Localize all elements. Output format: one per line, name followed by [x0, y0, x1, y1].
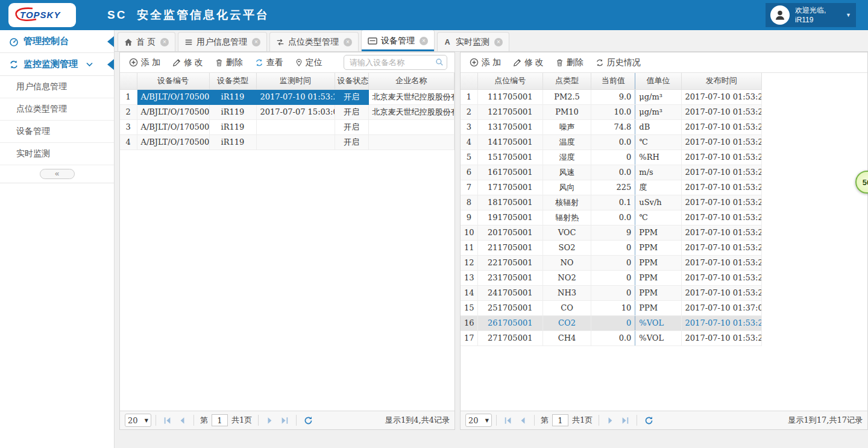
- table-row[interactable]: 7171705001风向225度2017-07-10 01:53:21: [461, 180, 762, 195]
- sidebar-item-console[interactable]: 管理控制台: [0, 30, 114, 53]
- refresh-button[interactable]: [643, 414, 655, 426]
- table-cell: PPM: [635, 255, 681, 270]
- table-cell: 0: [591, 270, 635, 285]
- table-row[interactable]: 12221705001NO0PPM2017-07-10 01:53:21: [461, 255, 762, 270]
- last-page-button[interactable]: [278, 414, 291, 426]
- table-row[interactable]: 3131705001噪声74.8dB2017-07-10 01:53:22: [461, 119, 762, 134]
- table-row[interactable]: 15251705001CO10PPM2017-07-10 01:37:01: [461, 300, 762, 315]
- prev-page-button[interactable]: [176, 414, 188, 426]
- column-header[interactable]: 值单位: [635, 73, 681, 89]
- table-cell: NH3: [542, 285, 591, 300]
- table-cell: 2017-07-07 15:03:05: [256, 104, 335, 119]
- column-header[interactable]: 发布时间: [681, 73, 761, 89]
- next-page-button[interactable]: [264, 414, 276, 426]
- tab-close-icon[interactable]: ×: [420, 37, 428, 45]
- tab-close-icon[interactable]: ×: [344, 38, 352, 46]
- column-header[interactable]: 企业名称: [368, 73, 454, 89]
- column-header[interactable]: 监测时间: [256, 73, 335, 89]
- first-page-button[interactable]: [502, 414, 514, 426]
- table-row[interactable]: 8181705001核辐射0.1uSv/h2017-07-10 01:53:21: [461, 195, 762, 210]
- search-input[interactable]: [344, 55, 447, 70]
- table-row[interactable]: 2A/BJLT/O/1705002iR1192017-07-07 15:03:0…: [120, 104, 454, 119]
- device-table: 设备编号设备类型监测时间设备状态企业名称1A/BJLT/O/1705001iR1…: [120, 73, 454, 150]
- button-label: 删除: [226, 57, 243, 68]
- page-size-select[interactable]: 20 ▼: [125, 414, 151, 427]
- tab-user-management[interactable]: 用户信息管理 ×: [178, 32, 267, 51]
- tab-close-icon[interactable]: ×: [252, 38, 260, 46]
- table-row[interactable]: 10201705001VOC9PPM2017-07-10 01:53:22: [461, 225, 762, 240]
- table-row[interactable]: 5151705001湿度0%RH2017-07-10 01:53:22: [461, 150, 762, 165]
- next-page-button[interactable]: [605, 414, 617, 426]
- sidebar-item-point-type[interactable]: 点位类型管理: [0, 98, 114, 121]
- table-row[interactable]: 2121705001PM1010.0μg/m³2017-07-10 01:53:…: [461, 104, 762, 119]
- table-cell: NO: [542, 255, 591, 270]
- sidebar-item-device[interactable]: 设备管理: [0, 121, 114, 143]
- table-row[interactable]: 14241705001NH30PPM2017-07-10 01:53:21: [461, 285, 762, 300]
- column-header[interactable]: 设备状态: [335, 73, 368, 89]
- table-cell: 17: [461, 330, 477, 345]
- delete-button[interactable]: 删除: [210, 55, 248, 71]
- table-row[interactable]: 1A/BJLT/O/1705001iR1192017-07-10 01:53:2…: [120, 89, 454, 104]
- prev-page-button[interactable]: [517, 414, 529, 426]
- search-icon[interactable]: [435, 58, 444, 69]
- page-number-input[interactable]: [552, 414, 568, 426]
- table-row[interactable]: 4A/BJLT/O/1705004iR119开启: [120, 134, 454, 150]
- edit-button[interactable]: 修 改: [508, 55, 549, 71]
- tab-realtime-monitoring[interactable]: A 实时监测 ×: [437, 32, 509, 51]
- table-row[interactable]: 9191705001辐射热0.0℃2017-07-10 01:53:21: [461, 210, 762, 225]
- svg-text:TOPSKY: TOPSKY: [20, 10, 61, 20]
- table-cell: 风速: [542, 165, 591, 180]
- history-button[interactable]: 历史情况: [590, 55, 646, 71]
- sidebar-item-user-info[interactable]: 用户信息管理: [0, 76, 114, 98]
- table-row[interactable]: 16261705001CO20%VOL2017-07-10 01:53:22: [461, 315, 762, 330]
- column-header[interactable]: 当前值: [591, 73, 635, 89]
- last-page-button[interactable]: [619, 414, 631, 426]
- page-size-select[interactable]: 20 ▼: [465, 414, 492, 427]
- sidebar-item-monitoring[interactable]: 监控监测管理: [0, 53, 114, 76]
- tab-device-management[interactable]: 设备管理 ×: [361, 30, 435, 51]
- table-cell: [368, 134, 454, 150]
- table-cell: 温度: [542, 134, 591, 150]
- column-header[interactable]: [120, 73, 137, 89]
- refresh-button[interactable]: [302, 414, 314, 426]
- table-row[interactable]: 6161705001风速0.0m/s2017-07-10 01:53:21: [461, 165, 762, 180]
- view-button[interactable]: 查看: [250, 55, 289, 71]
- sidebar: 管理控制台 监控监测管理 用户信息管理 点位类型管理 设备管理 实: [0, 30, 115, 448]
- delete-button[interactable]: 删除: [550, 55, 589, 71]
- table-cell: PPM: [635, 225, 681, 240]
- page-number-input[interactable]: [212, 414, 228, 426]
- table-header-row: 点位编号点类型当前值值单位发布时间: [461, 73, 762, 89]
- table-cell: PPM: [635, 300, 681, 315]
- separator: [156, 415, 156, 426]
- edit-button[interactable]: 修 改: [167, 55, 209, 71]
- column-header[interactable]: 设备编号: [137, 73, 209, 89]
- table-row[interactable]: 3A/BJLT/O/1705003iR119开启: [120, 119, 454, 134]
- tab-close-icon[interactable]: ×: [160, 38, 169, 46]
- panel-splitter[interactable]: [455, 52, 460, 430]
- table-row[interactable]: 17271705001CH40.0%VOL2017-07-10 01:53:21: [461, 330, 762, 345]
- tab-point-type-management[interactable]: 点位类型管理 ×: [269, 32, 359, 51]
- add-button[interactable]: 添 加: [124, 55, 166, 71]
- table-cell: 2017-07-10 01:53:22: [681, 315, 761, 330]
- table-cell: 2017-07-10 01:53:21: [681, 165, 761, 180]
- tab-close-icon[interactable]: ×: [494, 38, 503, 46]
- column-header[interactable]: 点位编号: [477, 73, 542, 89]
- user-menu[interactable]: 欢迎光临, iR119 ▼: [766, 3, 856, 27]
- sidebar-collapse-row: «: [0, 165, 114, 183]
- locate-button[interactable]: 定位: [290, 55, 328, 71]
- collapse-sidebar-button[interactable]: «: [40, 169, 75, 179]
- table-row[interactable]: 4141705001温度0.0℃2017-07-10 01:53:22: [461, 134, 762, 150]
- add-button[interactable]: 添 加: [464, 55, 506, 71]
- column-header[interactable]: 设备类型: [209, 73, 256, 89]
- sidebar-item-realtime[interactable]: 实时监测: [0, 143, 114, 165]
- sync-icon: [9, 60, 19, 69]
- history-icon: [596, 58, 604, 67]
- table-row[interactable]: 13231705001NO20PPM2017-07-10 01:53:22: [461, 270, 762, 285]
- table-row[interactable]: 1111705001PM2.59.0μg/m³2017-07-10 01:53:…: [461, 89, 762, 104]
- tab-home[interactable]: 首 页 ×: [118, 32, 175, 51]
- column-header[interactable]: [461, 73, 477, 89]
- first-page-button[interactable]: [162, 414, 174, 426]
- column-header[interactable]: 点类型: [542, 73, 591, 89]
- table-row[interactable]: 11211705001SO20PPM2017-07-10 01:53:22: [461, 240, 762, 255]
- table-cell: 0.0: [591, 330, 635, 345]
